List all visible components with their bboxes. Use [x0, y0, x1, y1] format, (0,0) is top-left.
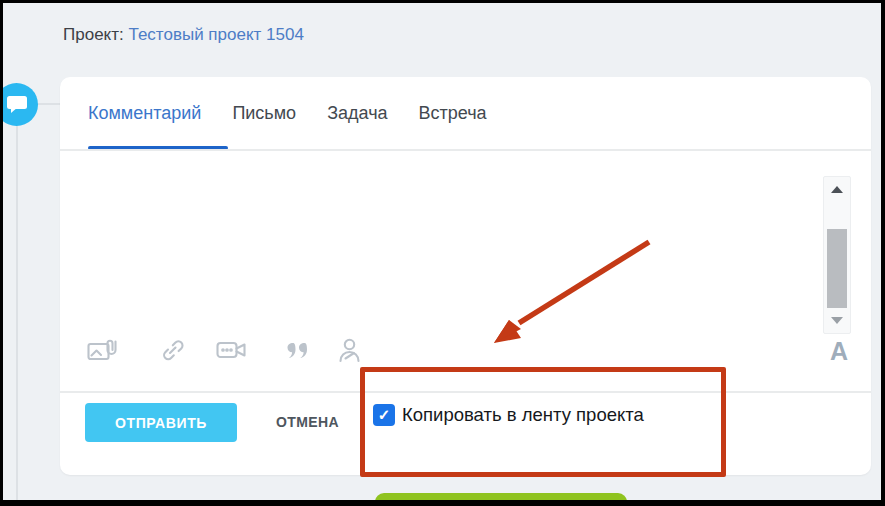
green-action-button[interactable] — [375, 493, 627, 506]
video-icon[interactable] — [216, 337, 247, 363]
screenshot-frame: Проект: Тестовый проект 1504 Комментарий… — [0, 0, 885, 506]
checkbox-label: Копировать в ленту проекта — [402, 404, 644, 426]
tab-task[interactable]: Задача — [327, 103, 387, 124]
cancel-button[interactable]: ОТМЕНА — [276, 414, 339, 430]
timeline-line — [16, 125, 18, 505]
scroll-up-icon[interactable] — [831, 186, 843, 193]
copy-to-feed-checkbox[interactable]: ✓ Копировать в ленту проекта — [373, 404, 644, 426]
page-title: Проект: Тестовый проект 1504 — [63, 25, 304, 45]
project-label: Проект: — [63, 25, 124, 44]
composer-tabs: Комментарий Письмо Задача Встреча — [88, 77, 487, 149]
tab-comment[interactable]: Комментарий — [88, 103, 201, 124]
checkbox-checked-icon[interactable]: ✓ — [373, 404, 395, 426]
link-icon[interactable] — [159, 337, 186, 363]
mention-icon[interactable] — [336, 337, 364, 363]
send-button[interactable]: ОТПРАВИТЬ — [85, 403, 237, 442]
tab-mail[interactable]: Письмо — [232, 103, 296, 124]
attach-file-icon[interactable] — [87, 337, 118, 363]
speech-bubble-glyph — [5, 94, 29, 116]
project-link[interactable]: Тестовый проект 1504 — [128, 25, 303, 44]
tab-meeting[interactable]: Встреча — [419, 103, 487, 124]
chat-bubble-icon — [0, 83, 38, 126]
quote-icon[interactable] — [286, 337, 310, 363]
comment-composer-panel: Комментарий Письмо Задача Встреча — [60, 77, 871, 475]
scrollbar-thumb[interactable] — [827, 229, 847, 308]
footer-divider — [60, 391, 871, 393]
text-color-button[interactable]: A — [826, 336, 852, 366]
editor-scrollbar[interactable] — [823, 176, 851, 334]
timeline-connector — [36, 103, 62, 105]
scroll-down-icon[interactable] — [831, 317, 843, 324]
